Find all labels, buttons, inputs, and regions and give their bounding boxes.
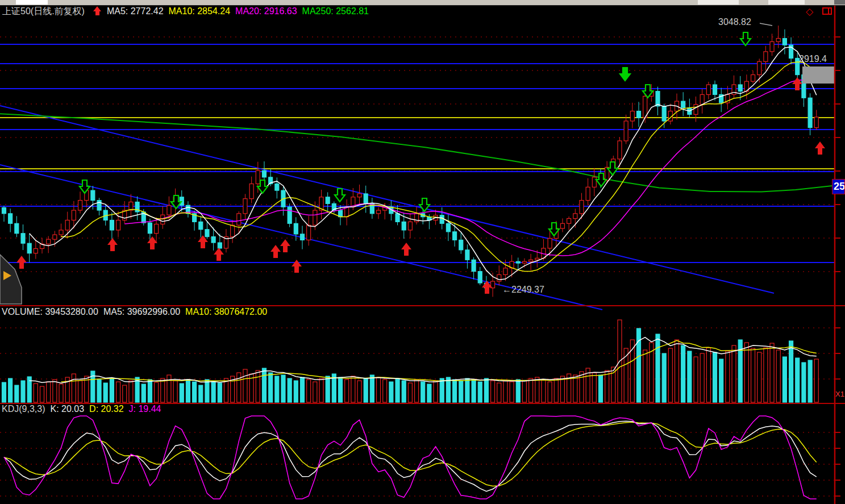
kdj-pane-header: KDJ(9,3,3)K: 20.03D: 20.32J: 19.44 xyxy=(2,404,166,414)
symbol-title: 上证50(日线.前复权) xyxy=(2,6,85,16)
price-ma-layer xyxy=(30,47,817,280)
up-arrow-icon xyxy=(93,6,102,15)
ma5-value: MA5: 2772.42 xyxy=(107,6,164,16)
ma250-value: MA250: 2562.81 xyxy=(302,6,369,16)
kdj-lines-layer xyxy=(4,416,817,499)
kdj-k-value: K: 20.03 xyxy=(50,404,84,414)
crosshair-price-label: 2919.4 xyxy=(799,54,827,64)
ma250-line xyxy=(0,114,835,191)
volume-value: VOLUME: 39453280.00 xyxy=(2,307,98,316)
kdj-d-value: D: 20.32 xyxy=(89,404,123,414)
diamond-icon[interactable]: ◇ xyxy=(806,6,813,18)
right-axis xyxy=(835,6,840,504)
low-price-label: ←2249.37 xyxy=(502,285,544,295)
trading-app-screen: 上证50(日线.前复权)MA5: 2772.42MA10: 2854.24MA2… xyxy=(0,0,845,504)
axis-price-badge: 25 xyxy=(832,179,845,194)
volume-ma10-value: MA10: 38076472.00 xyxy=(185,307,267,316)
volume-bars-layer xyxy=(2,320,819,402)
price-pane-header: 上证50(日线.前复权)MA5: 2772.42MA10: 2854.24MA2… xyxy=(2,6,374,16)
split-window-icon[interactable] xyxy=(822,7,832,15)
volume-ma5-value: MA5: 39692996.00 xyxy=(103,307,180,316)
kdj-j-value: J: 19.44 xyxy=(129,404,161,414)
candlestick-chart-canvas[interactable] xyxy=(0,0,845,504)
volume-pane-header: VOLUME: 39453280.00MA5: 39692996.00MA10:… xyxy=(2,307,272,317)
kdj-indicator-name: KDJ(9,3,3) xyxy=(2,404,45,414)
volume-ma-layer xyxy=(30,338,817,384)
ma10-value: MA10: 2854.24 xyxy=(169,6,231,16)
grid-layer xyxy=(0,37,845,496)
peak-price-label: 3048.82 xyxy=(718,17,751,27)
candles-layer xyxy=(2,26,819,297)
volume-scale-label: X1 xyxy=(835,390,844,398)
ma20-value: MA20: 2916.63 xyxy=(235,6,297,16)
